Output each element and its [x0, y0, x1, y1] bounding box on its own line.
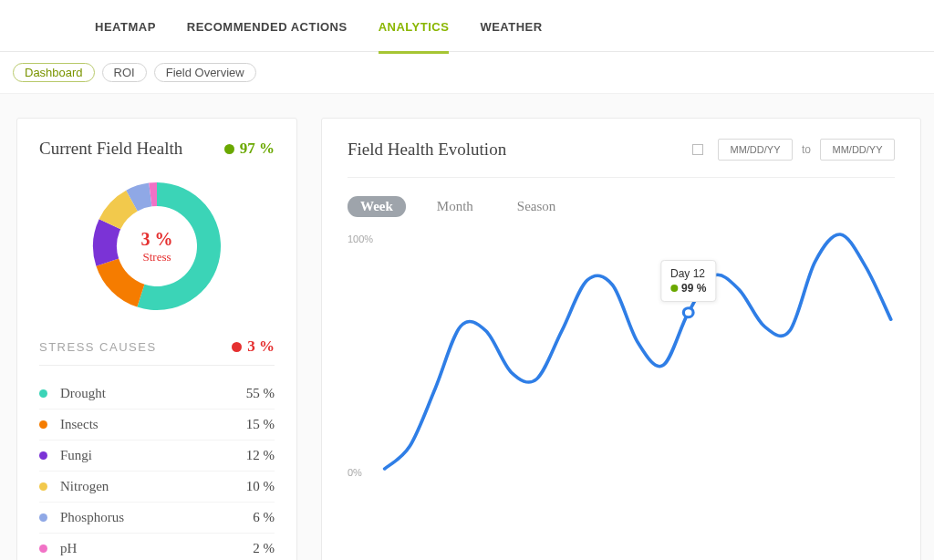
- date-to-input[interactable]: [820, 139, 895, 161]
- top-nav: HEATMAPRECOMMENDED ACTIONSANALYTICSWEATH…: [0, 0, 934, 52]
- compare-checkbox[interactable]: [692, 144, 703, 155]
- chip-dashboard[interactable]: Dashboard: [13, 63, 95, 82]
- nav-tab-recommended-actions[interactable]: RECOMMENDED ACTIONS: [187, 7, 348, 52]
- cause-color-dot-icon: [39, 482, 47, 491]
- y-axis-tick-min: 0%: [348, 467, 362, 478]
- stress-causes-title: STRESS CAUSES: [39, 340, 157, 354]
- divider: [39, 365, 275, 366]
- cause-name: Fungi: [60, 448, 246, 463]
- nav-tab-analytics[interactable]: ANALYTICS: [379, 7, 450, 52]
- nav-tab-weather[interactable]: WEATHER: [480, 7, 542, 52]
- to-label: to: [802, 143, 811, 156]
- cause-value: 55 %: [246, 386, 275, 401]
- y-axis-tick-max: 100%: [348, 233, 373, 244]
- range-pill-week[interactable]: Week: [348, 196, 406, 217]
- cause-value: 6 %: [253, 510, 275, 525]
- cause-value: 2 %: [253, 541, 275, 556]
- field-health-percent: 97 %: [224, 140, 275, 158]
- cause-color-dot-icon: [39, 451, 47, 460]
- status-dot-icon: [232, 342, 242, 352]
- line-svg: [348, 221, 895, 485]
- range-pill-season[interactable]: Season: [504, 196, 569, 217]
- range-pill-month[interactable]: Month: [424, 196, 486, 217]
- stress-cause-list: Drought55 %Insects15 %Fungi12 %Nitrogen1…: [39, 379, 275, 560]
- donut-center-label: 3 % Stress: [141, 229, 173, 264]
- cause-color-dot-icon: [39, 420, 47, 429]
- cause-value: 15 %: [246, 417, 275, 432]
- cause-row: Phosphorus6 %: [39, 502, 275, 533]
- cause-name: Drought: [60, 386, 246, 401]
- cause-name: pH: [60, 541, 253, 556]
- cause-color-dot-icon: [39, 389, 47, 398]
- evolution-title: Field Health Evolution: [348, 140, 506, 160]
- cause-color-dot-icon: [39, 513, 47, 522]
- tooltip-value: 99 %: [681, 282, 706, 295]
- main-container: Current Field Health 97 % 3 % Stress STR…: [0, 94, 934, 560]
- stress-donut-chart: 3 % Stress: [39, 173, 275, 319]
- chart-tooltip: Day 12 99 %: [660, 260, 716, 302]
- chip-roi[interactable]: ROI: [102, 63, 147, 82]
- stress-causes-percent: 3 %: [232, 337, 275, 356]
- field-health-title: Current Field Health: [39, 139, 182, 159]
- evolution-line-chart: 100% 0% Day 12 99 %: [348, 221, 895, 485]
- tooltip-day: Day 12: [670, 266, 706, 281]
- current-field-health-card: Current Field Health 97 % 3 % Stress STR…: [16, 118, 297, 560]
- tooltip-dot-icon: [670, 285, 678, 292]
- nav-tab-heatmap[interactable]: HEATMAP: [95, 7, 156, 52]
- cause-row: Drought55 %: [39, 379, 275, 409]
- status-dot-icon: [224, 144, 234, 154]
- cause-row: Nitrogen10 %: [39, 471, 275, 502]
- field-health-evolution-card: Field Health Evolution to WeekMonthSeaso…: [321, 118, 921, 560]
- cause-value: 12 %: [246, 448, 275, 463]
- cause-name: Insects: [60, 417, 246, 432]
- cause-row: Insects15 %: [39, 409, 275, 440]
- cause-row: Fungi12 %: [39, 440, 275, 471]
- date-from-input[interactable]: [718, 139, 793, 161]
- chip-field-overview[interactable]: Field Overview: [154, 63, 256, 82]
- time-range-selector: WeekMonthSeason: [348, 196, 895, 217]
- cause-name: Phosphorus: [60, 510, 253, 525]
- sub-nav-chips: DashboardROIField Overview: [0, 52, 934, 94]
- cause-color-dot-icon: [39, 544, 47, 553]
- svg-point-0: [683, 308, 693, 317]
- date-range-picker: to: [692, 139, 895, 161]
- cause-row: pH2 %: [39, 533, 275, 560]
- cause-value: 10 %: [246, 479, 275, 494]
- cause-name: Nitrogen: [60, 479, 246, 494]
